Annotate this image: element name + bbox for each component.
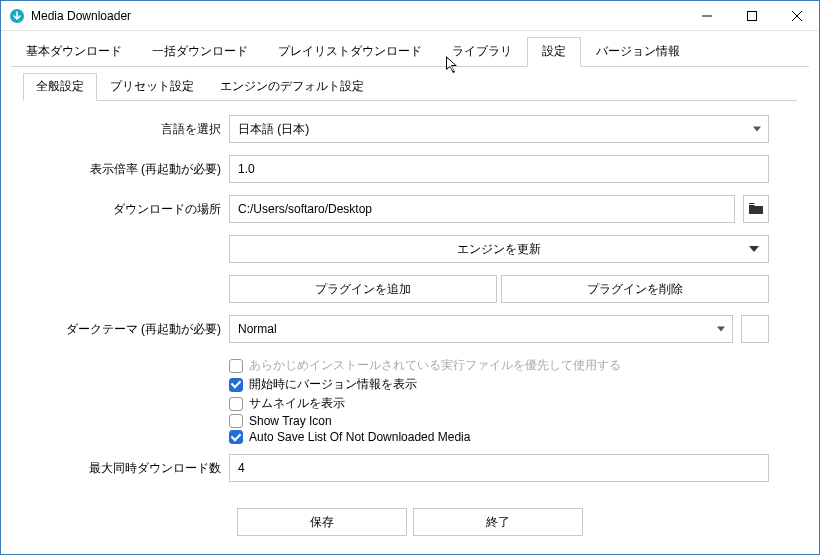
folder-icon bbox=[749, 203, 763, 215]
subtab-preset[interactable]: プリセット設定 bbox=[97, 73, 207, 101]
tab-settings[interactable]: 設定 bbox=[527, 37, 581, 67]
tab-batch-download[interactable]: 一括ダウンロード bbox=[137, 37, 263, 67]
label-language: 言語を選択 bbox=[57, 121, 229, 138]
checkbox-icon bbox=[229, 397, 243, 411]
settings-panel: 言語を選択 日本語 (日本) 表示倍率 (再起動が必要) bbox=[23, 101, 797, 502]
app-window: Media Downloader 基本ダウンロード 一括ダウンロード プレイリス… bbox=[0, 0, 820, 555]
label-dark-theme: ダークテーマ (再起動が必要) bbox=[57, 321, 229, 338]
window-title: Media Downloader bbox=[31, 9, 131, 23]
tab-version-info[interactable]: バージョン情報 bbox=[581, 37, 695, 67]
main-tabs: 基本ダウンロード 一括ダウンロード プレイリストダウンロード ライブラリ 設定 … bbox=[11, 37, 809, 67]
maximize-button[interactable] bbox=[729, 1, 774, 30]
checkbox-prefer-preinstalled[interactable]: あらかじめインストールされている実行ファイルを優先して使用する bbox=[229, 357, 769, 374]
max-concurrent-input[interactable] bbox=[229, 454, 769, 482]
dark-theme-select[interactable]: Normal bbox=[229, 315, 733, 343]
label-download-location: ダウンロードの場所 bbox=[57, 201, 229, 218]
titlebar: Media Downloader bbox=[1, 1, 819, 31]
add-plugin-button[interactable]: プラグインを追加 bbox=[229, 275, 497, 303]
checkbox-icon bbox=[229, 430, 243, 444]
exit-button[interactable]: 終了 bbox=[413, 508, 583, 536]
language-select[interactable]: 日本語 (日本) bbox=[229, 115, 769, 143]
sub-tabs: 全般設定 プリセット設定 エンジンのデフォルト設定 bbox=[23, 73, 797, 101]
save-button[interactable]: 保存 bbox=[237, 508, 407, 536]
tab-basic-download[interactable]: 基本ダウンロード bbox=[11, 37, 137, 67]
footer-buttons: 保存 終了 bbox=[23, 502, 797, 544]
label-scale: 表示倍率 (再起動が必要) bbox=[57, 161, 229, 178]
download-location-input[interactable] bbox=[229, 195, 735, 223]
checkbox-autosave-not-downloaded[interactable]: Auto Save List Of Not Downloaded Media bbox=[229, 430, 769, 444]
update-engine-button[interactable]: エンジンを更新 bbox=[229, 235, 769, 263]
remove-plugin-button[interactable]: プラグインを削除 bbox=[501, 275, 769, 303]
browse-folder-button[interactable] bbox=[743, 195, 769, 223]
checkbox-icon bbox=[229, 414, 243, 428]
tab-library[interactable]: ライブラリ bbox=[437, 37, 527, 67]
close-button[interactable] bbox=[774, 1, 819, 30]
svg-rect-1 bbox=[747, 11, 756, 20]
checkbox-icon bbox=[229, 359, 243, 373]
minimize-button[interactable] bbox=[684, 1, 729, 30]
subtab-engine-default[interactable]: エンジンのデフォルト設定 bbox=[207, 73, 377, 101]
theme-color-swatch[interactable] bbox=[741, 315, 769, 343]
checkbox-show-thumbnails[interactable]: サムネイルを表示 bbox=[229, 395, 769, 412]
label-max-concurrent: 最大同時ダウンロード数 bbox=[57, 460, 229, 477]
app-icon bbox=[9, 8, 25, 24]
subtab-general[interactable]: 全般設定 bbox=[23, 73, 97, 101]
scale-input[interactable] bbox=[229, 155, 769, 183]
checkbox-show-tray-icon[interactable]: Show Tray Icon bbox=[229, 414, 769, 428]
checkbox-show-version-at-start[interactable]: 開始時にバージョン情報を表示 bbox=[229, 376, 769, 393]
tab-playlist-download[interactable]: プレイリストダウンロード bbox=[263, 37, 437, 67]
checkbox-icon bbox=[229, 378, 243, 392]
